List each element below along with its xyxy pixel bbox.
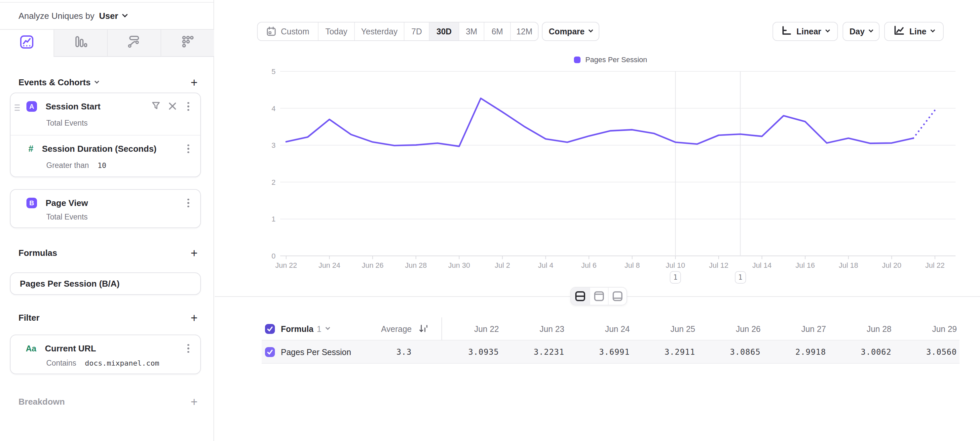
row-label: Pages Per Session [281, 341, 351, 364]
kebab-menu-icon[interactable] [185, 143, 192, 154]
svg-text:Jul 4: Jul 4 [538, 261, 553, 269]
svg-text:4: 4 [272, 105, 275, 113]
event-metric[interactable]: Total Events [46, 213, 88, 221]
table-data-row[interactable]: Pages Per Session 3.3 3.09353.22313.6991… [262, 341, 959, 364]
breakdown-section-header: Breakdown + [19, 397, 197, 407]
table-view-icon [612, 291, 623, 302]
analyze-by-dropdown[interactable]: User [99, 11, 127, 21]
events-section-title[interactable]: Events & Cohorts [19, 77, 99, 88]
range-custom[interactable]: Custom [258, 22, 318, 40]
chevron-down-icon [122, 12, 127, 18]
check-icon [266, 349, 274, 356]
filter-operator[interactable]: Contains [46, 359, 76, 368]
date-column-header: Jun 26 [736, 317, 760, 341]
line-chart[interactable]: 012345Jun 22Jun 24Jun 26Jun 28Jun 30Jul … [215, 66, 980, 288]
row-checkbox[interactable] [265, 347, 275, 357]
range-6m[interactable]: 6M [484, 22, 510, 40]
chart-legend[interactable]: Pages Per Session [215, 56, 980, 64]
data-cell: 3.6991 [599, 341, 630, 364]
svg-text:5: 5 [272, 67, 275, 76]
event-row-session-start[interactable]: A Session Start Total Events [11, 93, 200, 135]
chevron-down-icon [589, 28, 593, 32]
chevron-down-icon [94, 79, 99, 83]
data-cell: 2.9918 [795, 341, 826, 364]
chart-view-button[interactable] [589, 288, 608, 305]
add-event-button[interactable]: + [191, 78, 197, 87]
average-column-header[interactable]: Average [381, 317, 412, 341]
range-3m[interactable]: 3M [458, 22, 484, 40]
filter-value[interactable]: docs.mixpanel.com [85, 359, 159, 367]
formula-card[interactable]: Pages Per Session (B/A) [10, 272, 201, 295]
range-12m[interactable]: 12M [510, 22, 538, 40]
svg-text:Jul 16: Jul 16 [795, 261, 815, 269]
add-filter-button[interactable]: + [191, 314, 197, 323]
series-line-projected[interactable] [913, 110, 935, 138]
filter-section-header: Filter + [19, 313, 197, 323]
date-column-header: Jun 24 [605, 317, 630, 341]
retention-dots-icon [181, 35, 194, 51]
svg-text:Jun 30: Jun 30 [449, 261, 470, 269]
granularity-dropdown[interactable]: Day [843, 22, 880, 41]
annotation-chip[interactable]: 1 [735, 271, 746, 283]
svg-text:Jun 28: Jun 28 [405, 261, 427, 269]
event-row-page-view[interactable]: B Page View Total Events [11, 190, 200, 228]
event-property-filter-row[interactable]: # Session Duration (Seconds) Greater tha… [11, 135, 200, 177]
formula-group-dropdown[interactable]: Formula1 [281, 317, 329, 341]
breakdown-section-title: Breakdown [19, 397, 65, 407]
insights-line-chart-icon [20, 35, 34, 52]
range-7d[interactable]: 7D [404, 22, 429, 40]
bar-chart-icon [74, 35, 87, 51]
formulas-section-title: Formulas [19, 248, 57, 258]
average-value: 3.3 [396, 341, 412, 364]
annotation-chip[interactable]: 1 [670, 271, 681, 283]
svg-text:Jul 2: Jul 2 [495, 261, 510, 269]
tab-bar-chart[interactable] [54, 30, 107, 57]
filter-operator[interactable]: Greater than [46, 161, 89, 170]
filter-icon[interactable] [151, 100, 161, 113]
select-all-checkbox[interactable] [265, 324, 275, 334]
chevron-down-icon [869, 28, 873, 32]
kebab-menu-icon[interactable] [185, 198, 192, 208]
table-view-button[interactable] [608, 288, 627, 305]
svg-text:3: 3 [272, 141, 275, 150]
tab-insights[interactable] [0, 30, 54, 57]
view-layout-toggle [570, 287, 627, 306]
svg-text:Jul 8: Jul 8 [624, 261, 640, 269]
range-30d[interactable]: 30D [429, 22, 458, 40]
drag-handle-icon[interactable] [14, 105, 20, 111]
filter-row-current-url[interactable]: Aa Current URL Contains docs.mixpanel.co… [11, 335, 200, 374]
kebab-menu-icon[interactable] [185, 343, 192, 354]
data-cell: 3.0560 [926, 341, 957, 364]
add-formula-button[interactable]: + [191, 248, 197, 258]
filter-value[interactable]: 10 [97, 161, 107, 170]
svg-text:Jul 22: Jul 22 [925, 261, 945, 269]
split-view-button[interactable] [571, 288, 589, 305]
formula-name: Pages Per Session (B/A) [20, 273, 119, 294]
chart-type-dropdown[interactable]: Line [884, 22, 943, 41]
sort-descending-icon[interactable] [419, 324, 428, 336]
compare-button[interactable]: Compare [542, 22, 599, 41]
date-column-header: Jun 27 [801, 317, 826, 341]
series-line[interactable] [286, 98, 913, 146]
tab-retention[interactable] [161, 30, 214, 57]
events-section-header: Events & Cohorts + [19, 77, 197, 88]
event-name: Session Start [46, 102, 100, 112]
data-cell: 3.0062 [861, 341, 891, 364]
range-today[interactable]: Today [318, 22, 354, 40]
legend-label: Pages Per Session [585, 56, 647, 64]
add-breakdown-button[interactable]: + [191, 397, 197, 407]
range-yesterday[interactable]: Yesterday [354, 22, 404, 40]
tab-flows[interactable] [107, 30, 161, 57]
sidebar: Analyze Uniques by User [0, 0, 214, 441]
remove-icon[interactable] [169, 100, 177, 113]
table-header-row: Formula1 Average Jun 22Jun 23Jun 24Jun 2… [262, 317, 959, 341]
scale-dropdown[interactable]: Linear [773, 22, 838, 41]
report-type-tabs [0, 30, 214, 57]
svg-text:Jul 10: Jul 10 [666, 261, 685, 269]
svg-text:Jul 6: Jul 6 [581, 261, 597, 269]
data-cell: 3.2911 [665, 341, 695, 364]
date-column-header: Jun 28 [867, 317, 891, 341]
svg-text:Jul 12: Jul 12 [709, 261, 729, 269]
kebab-menu-icon[interactable] [185, 101, 192, 112]
event-metric[interactable]: Total Events [46, 119, 88, 127]
